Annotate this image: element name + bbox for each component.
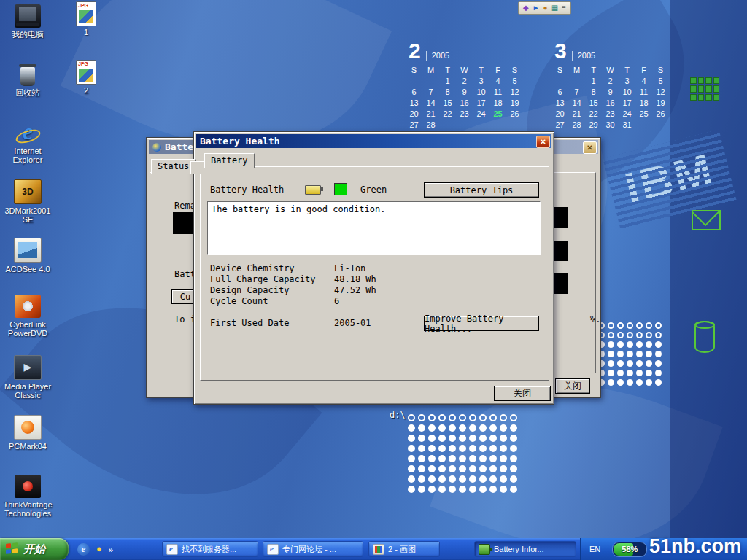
- tray-battery-indicator[interactable]: 58%: [612, 542, 647, 557]
- dot: [489, 445, 497, 452]
- field-label: Cycle Count: [210, 296, 334, 307]
- calendar-day: 4: [489, 76, 506, 87]
- desktop-icon-3dmark2001-se[interactable]: 3DMark2001 SE: [1, 179, 55, 224]
- file-icon-label: 1: [67, 28, 105, 36]
- day-header: T: [619, 65, 635, 76]
- bgwin-close-button[interactable]: 关闭: [555, 378, 590, 394]
- dot: [449, 424, 456, 432]
- desktop: IBM d:\ 我的电脑回收站Internet Explorer3DMark20…: [0, 0, 747, 560]
- calendar-day: 2: [456, 76, 473, 87]
- calendar-day: 22: [585, 109, 602, 120]
- dot: [510, 435, 517, 442]
- dot: [428, 435, 436, 442]
- calendar-day: 10: [473, 87, 489, 98]
- dot: [636, 341, 643, 348]
- calendar-day: 3: [619, 76, 635, 87]
- calendar-day: 15: [439, 98, 456, 109]
- dots-row: [597, 330, 663, 340]
- calendar-day: 16: [602, 98, 619, 109]
- tab-battery[interactable]: Battery: [204, 153, 255, 168]
- bgwin-close-icon[interactable]: ✕: [583, 141, 597, 154]
- language-indicator[interactable]: EN: [589, 545, 600, 553]
- calendar-day: 15: [585, 98, 602, 109]
- speaker-icon[interactable]: ►: [533, 4, 540, 12]
- menu-icon[interactable]: ≡: [562, 4, 566, 12]
- dot: [510, 455, 517, 462]
- dot: [449, 445, 456, 452]
- dots-row: [406, 474, 519, 484]
- more-icon[interactable]: »: [109, 543, 114, 555]
- desktop-icon-recycle-bin[interactable]: 回收站: [1, 63, 55, 97]
- calendar-day: 17: [473, 98, 489, 109]
- desktop-icon-media-player-classic[interactable]: Media Player Classic: [1, 355, 55, 400]
- pen-icon[interactable]: ●: [543, 4, 548, 12]
- cylinder-icon: [694, 321, 715, 353]
- dot: [479, 435, 487, 442]
- floating-toolbar[interactable]: ◆►●▦≡: [518, 1, 571, 15]
- calendar-day: 29: [585, 120, 602, 131]
- dot: [459, 475, 466, 483]
- dot: [489, 414, 497, 421]
- start-button[interactable]: 开始: [0, 538, 69, 560]
- eject-icon[interactable]: ◆: [523, 4, 529, 12]
- calendar-day: 12: [506, 87, 523, 98]
- desktop-icon-label: CyberLink PowerDVD: [1, 320, 55, 338]
- taskbar-item[interactable]: 专门网论坛 - ...: [263, 541, 363, 557]
- battery-health-dialog[interactable]: Battery Health ✕ Battery Battery Health …: [193, 131, 554, 405]
- dot: [646, 360, 652, 367]
- calendar-day: [473, 120, 489, 131]
- calendar-week: 6789101112: [551, 87, 671, 98]
- dot: [408, 475, 415, 483]
- day-header: W: [456, 65, 473, 76]
- calendar-day: [456, 120, 473, 131]
- tab-status[interactable]: Status: [151, 159, 196, 174]
- calendar-day: 5: [652, 76, 669, 87]
- dot: [510, 424, 517, 432]
- desktop-icon-internet-explorer[interactable]: Internet Explorer: [1, 121, 55, 164]
- desktop-icon-acdsee[interactable]: ACDSee 4.0: [1, 238, 55, 273]
- dot: [500, 486, 507, 493]
- powerdvd-icon: [15, 295, 41, 318]
- taskbar-item[interactable]: Battery Infor...: [474, 541, 576, 557]
- desktop-icon-my-computer[interactable]: 我的电脑: [1, 4, 55, 39]
- desktop-icon-thinkvantage[interactable]: ThinkVantage Technologies: [1, 475, 55, 518]
- bgwin-title: Batte: [165, 141, 193, 152]
- battery-tips-button[interactable]: Battery Tips: [424, 182, 539, 198]
- taskbar-item[interactable]: 2 - 画图: [368, 541, 440, 557]
- dot: [510, 486, 517, 493]
- dot: [489, 465, 497, 472]
- dot: [479, 486, 487, 493]
- dot: [510, 465, 517, 472]
- desktop-icon-label: ACDSee 4.0: [1, 265, 55, 273]
- file-icon-2[interactable]: 2: [67, 60, 105, 95]
- acdsee-icon: [14, 238, 42, 262]
- improve-battery-health-button[interactable]: Improve Battery Health...: [424, 316, 539, 331]
- dialog-close-button[interactable]: 关闭: [494, 386, 551, 401]
- desktop-icon-pcmark04[interactable]: PCMark04: [1, 415, 55, 451]
- calendar-week: 2728293031: [551, 120, 671, 131]
- dialog-titlebar[interactable]: Battery Health ✕: [196, 134, 551, 148]
- gauge-block: [173, 212, 195, 234]
- dialog-close-icon[interactable]: ✕: [536, 136, 550, 148]
- grid-icon[interactable]: ▦: [551, 4, 558, 12]
- dot: [627, 360, 633, 367]
- calendar-day: 13: [551, 98, 568, 109]
- dot: [418, 424, 425, 432]
- dot: [500, 445, 507, 452]
- calendar-day: 9: [456, 87, 473, 98]
- dots-row: [597, 340, 663, 349]
- desktop-icon-cyberlink-powerdvd[interactable]: CyberLink PowerDVD: [1, 295, 55, 338]
- dot: [428, 424, 436, 432]
- app-quick-icon[interactable]: ●: [96, 543, 102, 555]
- desktop-icon-label: Internet Explorer: [1, 147, 55, 164]
- dots-row: [406, 464, 519, 474]
- taskbar-item[interactable]: 找不到服务器...: [162, 541, 258, 557]
- calendar-day: 26: [506, 109, 523, 120]
- file-icon-1[interactable]: 1: [67, 1, 105, 36]
- battery-message-box: The battery is in good condition.: [207, 201, 541, 255]
- dot: [608, 332, 614, 338]
- ie-quick-icon[interactable]: e: [77, 543, 90, 556]
- file-icon-label: 2: [67, 86, 105, 95]
- dot: [438, 414, 446, 421]
- calendar-week: 20212223242526: [406, 109, 525, 120]
